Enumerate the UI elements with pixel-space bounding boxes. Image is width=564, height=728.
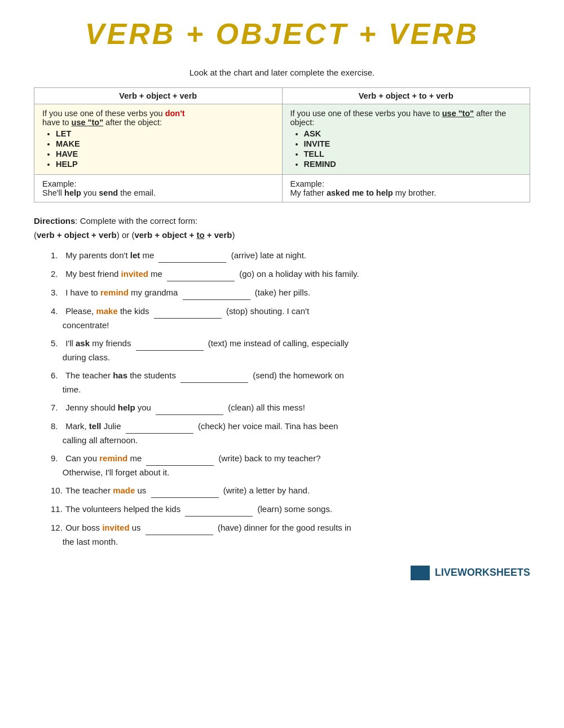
table-cell-right-example: Example: My father asked me to help my b… (282, 175, 530, 202)
verb-let: LET (56, 129, 274, 138)
right-use: use "to" (442, 109, 474, 118)
exercise-item-11: 11. The volunteers helped the kids (lear… (51, 502, 530, 517)
blank-3[interactable] (183, 286, 250, 300)
left-verb-list: LET MAKE HAVE HELP (56, 129, 274, 169)
directions-text: : Complete with the correct form: (75, 216, 197, 226)
verb-8: tell (89, 421, 102, 431)
exercise-num-10: 10. (51, 484, 63, 497)
verb-remind: REMIND (304, 160, 522, 169)
verb-ask: ASK (304, 129, 522, 138)
verb-7: help (118, 403, 135, 412)
exercise-item-10: 10. The teacher made us (write) a letter… (51, 484, 530, 498)
exercise-item-8: 8. Mark, tell Julie (check) her voice ma… (51, 420, 530, 447)
table-cell-left-content: If you use one of these verbs you don't … (34, 104, 283, 175)
verb-9: remind (99, 453, 127, 463)
verb-10: made (113, 486, 135, 495)
directions: Directions: Complete with the correct fo… (34, 216, 530, 226)
blank-5[interactable] (136, 337, 204, 351)
verb-have: HAVE (56, 149, 274, 158)
formula: (verb + object + verb) or (verb + object… (34, 230, 530, 240)
table-header-left: Verb + object + verb (34, 88, 283, 104)
example-left-label: Example: (42, 179, 76, 188)
verb-invite: INVITE (304, 139, 522, 148)
verb-5: ask (76, 338, 90, 348)
exercise-num-5: 5. (51, 337, 63, 350)
exercise-item-1: 1. My parents don't let me (arrive) late… (51, 249, 530, 263)
exercise-num-11: 11. (51, 502, 63, 516)
exercise-item-4: 4. Please, make the kids (stop) shouting… (51, 305, 530, 332)
exercise-num-1: 1. (51, 249, 63, 262)
left-intro-text: If you use one of these verbs you (42, 109, 165, 118)
exercise-num-8: 8. (51, 420, 63, 433)
exercise-list: 1. My parents don't let me (arrive) late… (34, 249, 530, 549)
table-cell-left-example: Example: She'll help you send the email. (34, 175, 283, 202)
chart-table: Verb + object + verb Verb + object + to … (34, 87, 530, 202)
verb-1: let (130, 250, 140, 260)
svg-rect-0 (412, 567, 420, 572)
blank-2[interactable] (167, 267, 235, 281)
verb-3: remind (100, 288, 129, 297)
verb-6: has (113, 370, 127, 380)
example-right-label: Example: (290, 179, 324, 188)
left-use: use "to" (72, 118, 103, 127)
exercise-item-7: 7. Jenny should help you (clean) all thi… (51, 401, 530, 415)
blank-10[interactable] (151, 484, 219, 498)
table-cell-right-content: If you use one of these verbs you have t… (282, 104, 530, 175)
blank-8[interactable] (126, 420, 193, 434)
logo-text: LIVEWORKSHEETS (435, 567, 530, 578)
exercise-num-4: 4. (51, 305, 63, 318)
left-intro3-text: after the object: (103, 118, 162, 127)
svg-rect-2 (412, 573, 420, 579)
liveworksheets-logo: LIVEWORKSHEETS (34, 566, 530, 580)
exercise-item-6: 6. The teacher has the students (send) t… (51, 369, 530, 396)
blank-1[interactable] (158, 249, 226, 263)
exercise-item-2: 2. My best friend invited me (go) on a h… (51, 267, 530, 281)
lw-icon (411, 566, 430, 580)
page-title: VERB + OBJECT + VERB (34, 17, 530, 51)
exercise-num-2: 2. (51, 267, 63, 281)
left-intro2-text: have to (42, 118, 72, 127)
blank-12[interactable] (146, 521, 213, 535)
exercise-num-12: 12. (51, 521, 63, 535)
exercise-num-3: 3. (51, 286, 63, 299)
verb-12: invited (102, 523, 129, 532)
exercise-num-6: 6. (51, 369, 63, 382)
table-header-right: Verb + object + to + verb (282, 88, 530, 104)
exercise-item-12: 12. Our boss invited us (have) dinner fo… (51, 521, 530, 549)
blank-6[interactable] (180, 369, 248, 383)
exercise-item-5: 5. I'll ask my friends (text) me instead… (51, 337, 530, 364)
blank-11[interactable] (185, 502, 253, 517)
formula-text: (verb + object + verb) or (verb + object… (34, 230, 235, 240)
exercise-num-9: 9. (51, 452, 63, 465)
verb-help: HELP (56, 160, 274, 169)
exercise-item-3: 3. I have to remind my grandma (take) he… (51, 286, 530, 300)
blank-9[interactable] (146, 452, 214, 466)
subtitle: Look at the chart and later complete the… (34, 68, 530, 77)
blank-7[interactable] (156, 401, 223, 415)
verb-make: MAKE (56, 139, 274, 148)
blank-4[interactable] (154, 305, 222, 319)
svg-rect-1 (421, 567, 428, 572)
example-left-text: She'll help you send the email. (42, 188, 156, 197)
left-dont: don't (165, 109, 185, 118)
directions-label: Directions (34, 216, 75, 226)
right-verb-list: ASK INVITE TELL REMIND (304, 129, 522, 169)
verb-tell: TELL (304, 149, 522, 158)
svg-rect-3 (421, 573, 428, 579)
example-right-text: My father asked me to help my brother. (290, 188, 437, 197)
verb-4: make (96, 306, 117, 316)
verb-2: invited (121, 269, 148, 279)
exercise-num-7: 7. (51, 401, 63, 414)
exercise-item-9: 9. Can you remind me (write) back to my … (51, 452, 530, 479)
right-intro-text: If you use one of these verbs you have t… (290, 109, 442, 118)
